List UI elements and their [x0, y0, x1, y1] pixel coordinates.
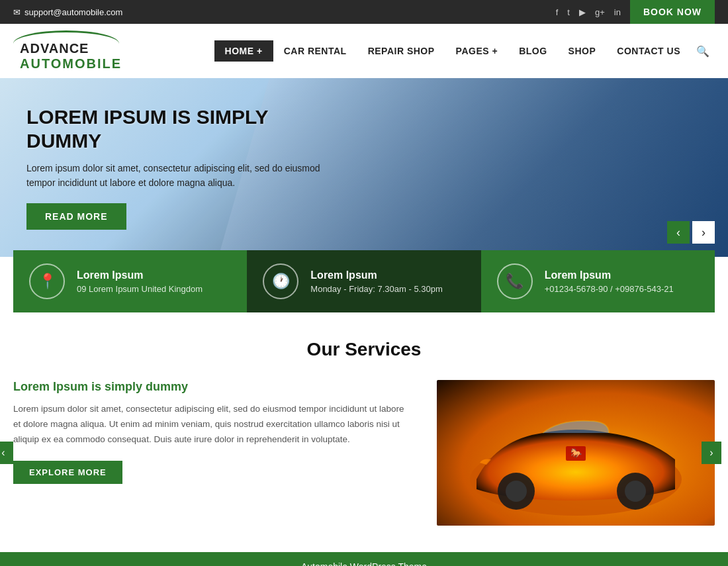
car-graphic: 🐎	[437, 380, 715, 526]
header: ADVANCE AUTOMOBILE HOME + CAR RENTAL REP…	[0, 24, 728, 78]
search-icon[interactable]: 🔍	[691, 40, 715, 63]
hero-description: Lorem ipsum dolor sit amet, consectetur …	[26, 161, 344, 191]
info-card-location: 📍 Lorem Ipsum 09 Lorem Ipsum United King…	[13, 250, 247, 312]
info-card-phone-sub: +01234-5678-90 / +09876-543-21	[545, 284, 674, 294]
top-bar-right: f t ▶ g+ in BOOK NOW	[556, 0, 715, 24]
svg-point-4	[625, 481, 646, 502]
info-card-location-sub: 09 Lorem Ipsum United Kingdom	[77, 284, 203, 294]
services-left: Lorem Ipsum is simply dummy Lorem ipsum …	[13, 380, 417, 484]
logo-text-automobile: AUTOMOBILE	[20, 56, 122, 71]
social-icons: f t ▶ g+ in	[556, 7, 621, 17]
info-card-phone-text: Lorem Ipsum +01234-5678-90 / +09876-543-…	[545, 269, 674, 294]
services-title: Our Services	[13, 339, 715, 360]
services-car-image: 🐎	[437, 380, 715, 526]
nav-item-contact-us[interactable]: CONTACT US	[606, 40, 691, 62]
car-svg: 🐎	[457, 387, 695, 519]
book-now-button[interactable]: BOOK NOW	[630, 0, 715, 24]
hero-next-arrow[interactable]: ›	[692, 221, 715, 244]
phone-icon: 📞	[497, 263, 533, 299]
services-prev-arrow[interactable]: ‹	[0, 442, 13, 464]
youtube-icon[interactable]: ▶	[579, 7, 586, 17]
info-card-hours-title: Lorem Ipsum	[310, 269, 442, 281]
explore-more-button[interactable]: EXPLORE MORE	[13, 461, 122, 484]
hero-section: LOREM IPSUM IS SIMPLY DUMMY Lorem ipsum …	[0, 78, 728, 257]
footer-text: Automobile WordPress Theme	[301, 561, 427, 566]
info-card-location-title: Lorem Ipsum	[77, 269, 203, 281]
logo-text-advance: ADVANCE	[20, 41, 122, 56]
info-card-hours-sub: Monday - Friday: 7.30am - 5.30pm	[310, 284, 442, 294]
location-icon: 📍	[29, 263, 65, 299]
top-bar: support@automobile.com f t ▶ g+ in BOOK …	[0, 0, 728, 24]
main-nav: HOME + CAR RENTAL REPAIR SHOP PAGES + BL…	[214, 40, 715, 63]
nav-item-repair-shop[interactable]: REPAIR SHOP	[357, 40, 445, 62]
service-item-desc: Lorem ipsum dolor sit amet, consectetur …	[13, 402, 410, 448]
hero-arrows: ‹ ›	[667, 221, 715, 244]
nav-item-shop[interactable]: SHOP	[558, 40, 607, 62]
svg-text:🐎: 🐎	[570, 448, 582, 459]
info-card-phone: 📞 Lorem Ipsum +01234-5678-90 / +09876-54…	[481, 250, 715, 312]
services-next-arrow[interactable]: ›	[702, 442, 721, 464]
top-bar-left: support@automobile.com	[13, 7, 122, 17]
clock-icon: 🕐	[263, 263, 298, 299]
info-cards: 📍 Lorem Ipsum 09 Lorem Ipsum United King…	[13, 250, 715, 312]
hero-title: LOREM IPSUM IS SIMPLY DUMMY	[26, 105, 344, 153]
service-item-title: Lorem Ipsum is simply dummy	[13, 380, 410, 394]
email-icon	[13, 7, 21, 17]
info-card-hours-text: Lorem Ipsum Monday - Friday: 7.30am - 5.…	[310, 269, 442, 294]
info-card-hours: 🕐 Lorem Ipsum Monday - Friday: 7.30am - …	[247, 250, 480, 312]
nav-item-home[interactable]: HOME +	[214, 40, 273, 62]
info-card-location-text: Lorem Ipsum 09 Lorem Ipsum United Kingdo…	[77, 269, 203, 294]
footer: Automobile WordPress Theme	[0, 552, 728, 566]
googleplus-icon[interactable]: g+	[595, 7, 605, 17]
nav-item-pages[interactable]: PAGES +	[445, 40, 509, 62]
info-card-phone-title: Lorem Ipsum	[545, 269, 674, 281]
logo[interactable]: ADVANCE AUTOMOBILE	[13, 30, 122, 71]
linkedin-icon[interactable]: in	[614, 7, 621, 17]
svg-point-2	[506, 481, 527, 502]
hero-content: LOREM IPSUM IS SIMPLY DUMMY Lorem ipsum …	[0, 85, 371, 250]
email-address: support@automobile.com	[24, 7, 122, 17]
hero-prev-arrow[interactable]: ‹	[667, 221, 690, 244]
twitter-icon[interactable]: t	[567, 7, 570, 17]
facebook-icon[interactable]: f	[556, 7, 559, 17]
nav-item-blog[interactable]: BLOG	[508, 40, 557, 62]
nav-item-car-rental[interactable]: CAR RENTAL	[273, 40, 357, 62]
services-content: ‹ Lorem Ipsum is simply dummy Lorem ipsu…	[13, 380, 715, 526]
read-more-button[interactable]: READ MORE	[26, 203, 126, 230]
services-section: Our Services ‹ Lorem Ipsum is simply dum…	[0, 312, 728, 539]
